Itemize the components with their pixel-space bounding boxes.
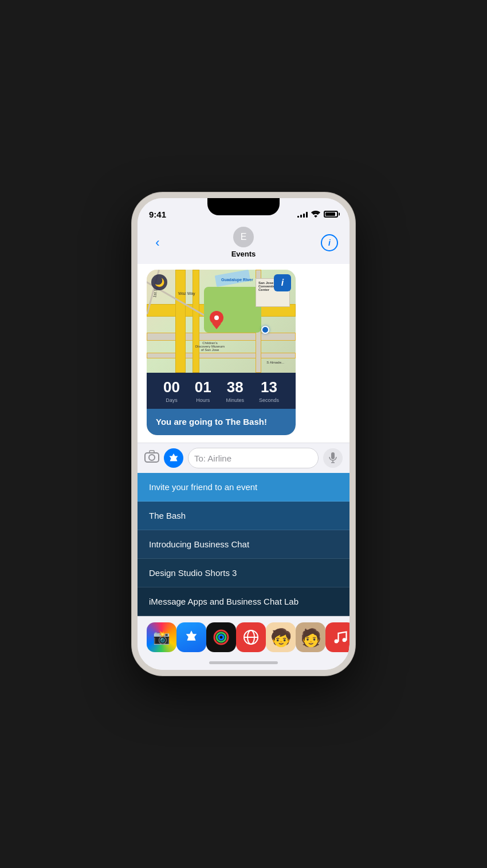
event-item-3[interactable]: Design Studio Shorts 3: [138, 559, 349, 587]
map-pin: [210, 311, 223, 328]
info-button[interactable]: i: [321, 234, 338, 251]
wifi-icon: [311, 211, 320, 218]
status-time: 9:41: [149, 210, 166, 219]
dock-app-music[interactable]: [325, 622, 349, 652]
map-visual: Guadalupe River San Jose McEneryConventi…: [147, 270, 296, 373]
event-item-1[interactable]: The Bash: [138, 502, 349, 530]
svg-point-12: [335, 640, 339, 644]
road-h-3: [147, 353, 296, 358]
notch: [207, 198, 280, 215]
countdown-days: 00 Days: [163, 378, 180, 403]
back-button[interactable]: ‹: [149, 235, 166, 250]
svg-point-13: [343, 638, 347, 642]
status-icons: [297, 211, 338, 218]
signal-bars: [297, 211, 308, 218]
battery-fill: [325, 212, 335, 216]
woz-label: Woz Way: [178, 291, 195, 295]
river-label: Guadalupe River: [221, 278, 253, 282]
map-dark-mode-button[interactable]: 🌙: [151, 274, 167, 290]
map-info-button[interactable]: i: [274, 274, 291, 291]
mic-icon: [329, 452, 337, 464]
phone-frame: 9:41 ‹ E Events: [132, 192, 355, 676]
nav-center: E Events: [231, 227, 256, 258]
svg-point-7: [217, 633, 226, 642]
pin-dot: [214, 315, 219, 320]
nav-title: Events: [231, 250, 256, 258]
screen: 9:41 ‹ E Events: [138, 198, 349, 670]
message-input[interactable]: To: Airline: [188, 448, 319, 468]
message-area[interactable]: Guadalupe River San Jose McEneryConventi…: [138, 264, 349, 443]
appstore-dock-icon: [183, 629, 199, 645]
signal-bar-4: [306, 212, 308, 218]
appstore-icon: [168, 453, 179, 463]
museum-label: Children'sDiscovery Museumof San Jose: [195, 341, 225, 352]
activity-icon: [212, 628, 230, 646]
svg-rect-2: [150, 451, 154, 453]
mic-button[interactable]: [323, 448, 343, 468]
message-bubble: You are going to The Bash!: [147, 409, 296, 435]
camera-button[interactable]: [144, 450, 159, 466]
channel-avatar: E: [233, 227, 254, 247]
event-item-4[interactable]: iMessage Apps and Business Chat Lab: [138, 587, 349, 616]
road-v-2: [193, 270, 199, 373]
event-item-2[interactable]: Introducing Business Chat: [138, 530, 349, 559]
countdown-bar: 00 Days 01 Hours 38 Minutes 13 Seconds: [147, 373, 296, 409]
events-list: Invite your friend to an event The Bash …: [138, 473, 349, 616]
road-v-1: [175, 270, 186, 373]
input-area: To: Airline: [138, 443, 349, 473]
dock-app-memoji2[interactable]: 🧑: [296, 622, 325, 652]
road-h-2: [147, 333, 296, 341]
countdown-hours: 01 Hours: [195, 378, 211, 403]
apps-button[interactable]: [164, 448, 183, 468]
blue-dot: [261, 326, 269, 334]
home-bar: [209, 661, 278, 664]
countdown-seconds: 13 Seconds: [259, 378, 279, 403]
dock-app-appstore[interactable]: [176, 622, 206, 652]
home-indicator: [138, 658, 349, 670]
network-icon: [242, 628, 260, 646]
pin-head: [210, 311, 223, 325]
map-card: Guadalupe River San Jose McEneryConventi…: [147, 270, 296, 435]
signal-bar-1: [297, 216, 299, 218]
almaden-label: S Almade...: [266, 361, 284, 364]
svg-rect-3: [331, 452, 335, 459]
event-item-0[interactable]: Invite your friend to an event: [138, 473, 349, 502]
signal-bar-3: [303, 214, 305, 218]
dock-app-memoji1[interactable]: 🧒: [266, 622, 296, 652]
nav-header: ‹ E Events i: [138, 223, 349, 264]
camera-icon: [144, 450, 159, 463]
music-icon: [332, 629, 348, 645]
countdown-minutes: 38 Minutes: [226, 378, 245, 403]
dock-app-photos[interactable]: 📸: [147, 622, 176, 652]
svg-point-8: [219, 635, 223, 640]
battery-icon: [324, 211, 338, 218]
dock: 📸: [138, 616, 349, 658]
signal-bar-2: [300, 215, 302, 218]
dock-app-activity[interactable]: [206, 622, 236, 652]
svg-point-1: [149, 455, 155, 460]
dock-app-network[interactable]: [236, 622, 266, 652]
